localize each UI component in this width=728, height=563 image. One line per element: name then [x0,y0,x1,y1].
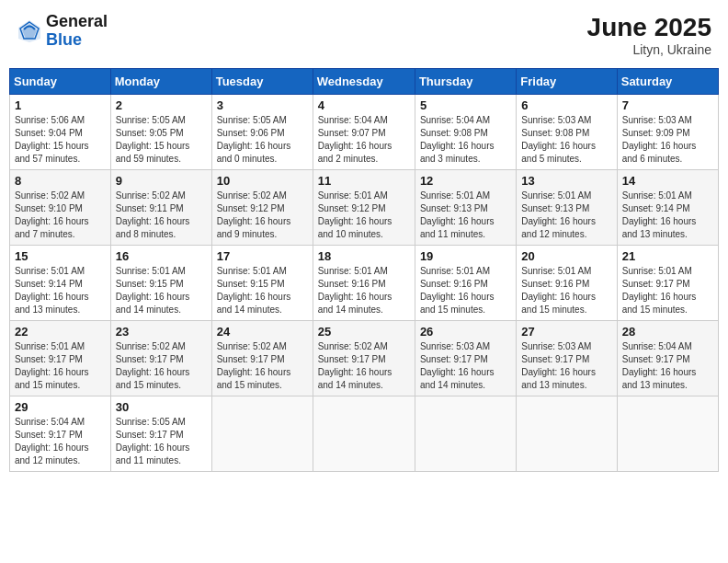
weekday-header-friday: Friday [517,69,617,95]
day-number: 7 [622,98,713,112]
day-content: Sunrise: 5:02 AM Sunset: 9:17 PM Dayligh… [116,340,207,392]
day-number: 1 [15,98,106,112]
calendar-header: SundayMondayTuesdayWednesdayThursdayFrid… [10,69,719,95]
day-content: Sunrise: 5:01 AM Sunset: 9:13 PM Dayligh… [521,190,611,241]
weekday-header-sunday: Sunday [10,69,111,95]
calendar-cell: 14Sunrise: 5:01 AM Sunset: 9:14 PM Dayli… [617,170,718,246]
day-number: 24 [217,325,308,339]
calendar-cell: 11Sunrise: 5:01 AM Sunset: 9:12 PM Dayli… [313,170,415,246]
day-number: 8 [15,174,106,188]
day-content: Sunrise: 5:04 AM Sunset: 9:08 PM Dayligh… [420,114,511,166]
day-content: Sunrise: 5:02 AM Sunset: 9:11 PM Dayligh… [116,190,207,241]
day-content: Sunrise: 5:05 AM Sunset: 9:05 PM Dayligh… [116,114,207,166]
day-number: 14 [622,174,713,188]
calendar-body: 1Sunrise: 5:06 AM Sunset: 9:04 PM Daylig… [10,95,719,472]
day-content: Sunrise: 5:02 AM Sunset: 9:17 PM Dayligh… [318,340,410,392]
day-content: Sunrise: 5:04 AM Sunset: 9:17 PM Dayligh… [622,340,713,392]
day-number: 3 [217,98,308,112]
calendar-cell: 29Sunrise: 5:04 AM Sunset: 9:17 PM Dayli… [10,396,111,472]
day-content: Sunrise: 5:04 AM Sunset: 9:17 PM Dayligh… [15,416,106,467]
calendar-cell [517,396,617,472]
calendar-cell: 15Sunrise: 5:01 AM Sunset: 9:14 PM Dayli… [10,246,111,321]
day-content: Sunrise: 5:01 AM Sunset: 9:14 PM Dayligh… [15,265,106,316]
calendar-week-3: 15Sunrise: 5:01 AM Sunset: 9:14 PM Dayli… [10,246,719,321]
calendar-cell: 17Sunrise: 5:01 AM Sunset: 9:15 PM Dayli… [211,246,313,321]
day-number: 17 [217,249,308,263]
day-content: Sunrise: 5:06 AM Sunset: 9:04 PM Dayligh… [15,114,106,166]
day-content: Sunrise: 5:01 AM Sunset: 9:15 PM Dayligh… [116,265,207,316]
calendar-table: SundayMondayTuesdayWednesdayThursdayFrid… [9,68,719,472]
day-number: 26 [420,325,511,339]
calendar-cell: 30Sunrise: 5:05 AM Sunset: 9:17 PM Dayli… [110,396,211,472]
logo-text: General Blue [46,13,108,50]
day-content: Sunrise: 5:05 AM Sunset: 9:17 PM Dayligh… [116,416,207,467]
weekday-header-saturday: Saturday [617,69,718,95]
weekday-header-thursday: Thursday [415,69,516,95]
logo-general-text: General [46,13,108,31]
calendar-cell: 23Sunrise: 5:02 AM Sunset: 9:17 PM Dayli… [110,321,211,396]
calendar-cell [313,396,415,472]
calendar-cell [617,396,718,472]
day-content: Sunrise: 5:02 AM Sunset: 9:12 PM Dayligh… [217,190,308,241]
page-header: General Blue June 2025 Lityn, Ukraine [9,9,719,61]
calendar-cell [415,396,516,472]
calendar-cell: 5Sunrise: 5:04 AM Sunset: 9:08 PM Daylig… [415,95,516,170]
day-content: Sunrise: 5:01 AM Sunset: 9:12 PM Dayligh… [318,190,410,241]
weekday-header-tuesday: Tuesday [211,69,313,95]
calendar-cell: 10Sunrise: 5:02 AM Sunset: 9:12 PM Dayli… [211,170,313,246]
day-content: Sunrise: 5:01 AM Sunset: 9:16 PM Dayligh… [318,265,410,316]
calendar-cell: 18Sunrise: 5:01 AM Sunset: 9:16 PM Dayli… [313,246,415,321]
day-number: 19 [420,249,511,263]
calendar-cell: 20Sunrise: 5:01 AM Sunset: 9:16 PM Dayli… [517,246,617,321]
day-content: Sunrise: 5:01 AM Sunset: 9:14 PM Dayligh… [622,190,713,241]
day-content: Sunrise: 5:02 AM Sunset: 9:17 PM Dayligh… [217,340,308,392]
calendar-cell: 12Sunrise: 5:01 AM Sunset: 9:13 PM Dayli… [415,170,516,246]
calendar-cell: 13Sunrise: 5:01 AM Sunset: 9:13 PM Dayli… [517,170,617,246]
day-number: 12 [420,174,511,188]
weekday-header-row: SundayMondayTuesdayWednesdayThursdayFrid… [10,69,719,95]
day-content: Sunrise: 5:03 AM Sunset: 9:17 PM Dayligh… [420,340,511,392]
day-content: Sunrise: 5:03 AM Sunset: 9:08 PM Dayligh… [521,114,611,166]
calendar-week-1: 1Sunrise: 5:06 AM Sunset: 9:04 PM Daylig… [10,95,719,170]
month-title: June 2025 [587,13,711,42]
calendar-cell: 25Sunrise: 5:02 AM Sunset: 9:17 PM Dayli… [313,321,415,396]
calendar-cell: 19Sunrise: 5:01 AM Sunset: 9:16 PM Dayli… [415,246,516,321]
day-number: 5 [420,98,511,112]
calendar-cell: 2Sunrise: 5:05 AM Sunset: 9:05 PM Daylig… [110,95,211,170]
day-content: Sunrise: 5:01 AM Sunset: 9:17 PM Dayligh… [15,340,106,392]
day-content: Sunrise: 5:03 AM Sunset: 9:09 PM Dayligh… [622,114,713,166]
calendar-cell: 21Sunrise: 5:01 AM Sunset: 9:17 PM Dayli… [617,246,718,321]
logo: General Blue [17,13,108,50]
calendar-cell: 26Sunrise: 5:03 AM Sunset: 9:17 PM Dayli… [415,321,516,396]
calendar-cell: 9Sunrise: 5:02 AM Sunset: 9:11 PM Daylig… [110,170,211,246]
day-number: 29 [15,400,106,414]
logo-blue-text: Blue [46,31,108,50]
day-number: 28 [622,325,713,339]
calendar-cell: 28Sunrise: 5:04 AM Sunset: 9:17 PM Dayli… [617,321,718,396]
day-content: Sunrise: 5:01 AM Sunset: 9:16 PM Dayligh… [521,265,611,316]
day-number: 27 [521,325,611,339]
day-number: 22 [15,325,106,339]
calendar-week-2: 8Sunrise: 5:02 AM Sunset: 9:10 PM Daylig… [10,170,719,246]
calendar-cell: 22Sunrise: 5:01 AM Sunset: 9:17 PM Dayli… [10,321,111,396]
calendar-cell: 4Sunrise: 5:04 AM Sunset: 9:07 PM Daylig… [313,95,415,170]
calendar-cell: 6Sunrise: 5:03 AM Sunset: 9:08 PM Daylig… [517,95,617,170]
day-number: 9 [116,174,207,188]
day-number: 30 [116,400,207,414]
calendar-week-5: 29Sunrise: 5:04 AM Sunset: 9:17 PM Dayli… [10,396,719,472]
day-content: Sunrise: 5:02 AM Sunset: 9:10 PM Dayligh… [15,190,106,241]
day-number: 10 [217,174,308,188]
day-number: 13 [521,174,611,188]
title-area: June 2025 Lityn, Ukraine [587,13,711,57]
calendar-week-4: 22Sunrise: 5:01 AM Sunset: 9:17 PM Dayli… [10,321,719,396]
day-number: 20 [521,249,611,263]
day-content: Sunrise: 5:05 AM Sunset: 9:06 PM Dayligh… [217,114,308,166]
day-number: 18 [318,249,410,263]
calendar-cell: 1Sunrise: 5:06 AM Sunset: 9:04 PM Daylig… [10,95,111,170]
calendar-cell: 3Sunrise: 5:05 AM Sunset: 9:06 PM Daylig… [211,95,313,170]
day-number: 16 [116,249,207,263]
location: Lityn, Ukraine [587,42,711,57]
day-content: Sunrise: 5:01 AM Sunset: 9:15 PM Dayligh… [217,265,308,316]
day-number: 15 [15,249,106,263]
weekday-header-monday: Monday [110,69,211,95]
